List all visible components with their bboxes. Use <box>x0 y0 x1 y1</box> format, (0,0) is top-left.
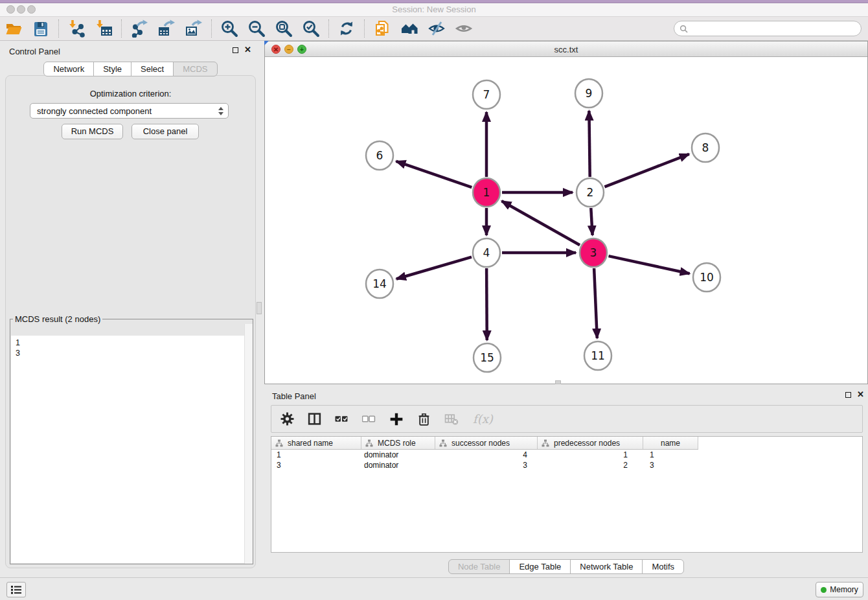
edge-3-10[interactable] <box>609 256 690 273</box>
node-label-9: 9 <box>586 87 593 100</box>
tab-edge-table[interactable]: Edge Table <box>509 559 571 574</box>
cell[interactable]: dominator <box>361 450 435 460</box>
dropdown-stepper-icon <box>218 106 224 116</box>
memory-label: Memory <box>830 585 858 594</box>
table-panel: Table Panel ✕ <box>264 386 868 577</box>
network-window-titlebar[interactable]: ✕ − + scc.txt <box>265 41 867 57</box>
mcds-result-line: 3 <box>16 348 252 358</box>
memory-button[interactable]: Memory <box>816 582 863 597</box>
panel-splitter-handle[interactable] <box>257 302 262 314</box>
node-table[interactable]: shared nameMCDS rolesuccessor nodesprede… <box>271 436 863 553</box>
session-title: Session: New Session <box>0 5 868 14</box>
column-hierarchy-icon <box>439 439 447 447</box>
copy-network-document-icon[interactable] <box>373 19 391 38</box>
zoom-in-icon[interactable] <box>220 19 238 38</box>
float-panel-icon[interactable] <box>233 47 238 53</box>
optimization-dropdown[interactable]: strongly connected component <box>30 103 229 119</box>
toggle-columns-icon[interactable] <box>308 412 321 426</box>
column-header-name[interactable]: name <box>643 437 698 449</box>
run-mcds-button[interactable]: Run MCDS <box>62 124 123 139</box>
zoom-selected-icon[interactable] <box>302 19 320 38</box>
cell[interactable]: 4 <box>435 450 538 460</box>
zoom-out-icon[interactable] <box>247 19 266 38</box>
edge-4-14[interactable] <box>396 257 472 279</box>
function-builder-icon-disabled: f(x) <box>472 411 499 427</box>
home-icon[interactable] <box>400 19 418 38</box>
mcds-result-title: MCDS result (2 nodes) <box>13 314 102 324</box>
column-header-shared-name[interactable]: shared name <box>271 437 361 449</box>
close-table-panel-icon[interactable]: ✕ <box>857 389 864 399</box>
node-label-15: 15 <box>480 351 494 364</box>
window-resize-grip[interactable] <box>555 380 561 384</box>
close-panel-button[interactable]: Close panel <box>131 124 199 139</box>
cell[interactable]: 2 <box>538 460 643 470</box>
search-input[interactable] <box>688 23 861 34</box>
settings-gear-icon[interactable] <box>280 412 294 426</box>
table-panel-title: Table Panel <box>272 391 316 401</box>
edge-2-3[interactable] <box>591 208 592 235</box>
delete-table-icon-disabled <box>444 412 459 426</box>
network-graph[interactable]: 7968124314101511 <box>265 57 867 384</box>
tab-mcds[interactable]: MCDS <box>173 62 217 76</box>
tab-node-table[interactable]: Node Table <box>448 559 510 574</box>
import-network-icon[interactable] <box>67 19 86 38</box>
edge-2-9[interactable] <box>589 111 589 177</box>
mcds-result-box: MCDS result (2 nodes) 13 <box>10 314 253 564</box>
delete-row-trash-icon[interactable] <box>417 412 431 426</box>
edge-1-6[interactable] <box>396 161 472 187</box>
task-history-button[interactable] <box>6 582 26 597</box>
cell[interactable]: dominator <box>361 460 435 470</box>
table-row[interactable]: 1dominator411 <box>271 450 862 460</box>
edge-3-1[interactable] <box>502 201 580 245</box>
cell[interactable]: 1 <box>271 450 361 460</box>
column-header-predecessor-nodes[interactable]: predecessor nodes <box>538 437 643 449</box>
toolbar-separator <box>364 19 365 38</box>
mcds-result-list[interactable]: 13 <box>11 336 252 563</box>
column-header-label: shared name <box>288 439 333 448</box>
cell[interactable]: 3 <box>643 460 698 470</box>
cell[interactable]: 1 <box>643 450 698 460</box>
column-hierarchy-icon <box>275 439 283 447</box>
tab-style[interactable]: Style <box>93 62 131 76</box>
export-network-icon[interactable] <box>130 19 148 38</box>
tab-network-table[interactable]: Network Table <box>570 559 643 574</box>
add-row-icon[interactable] <box>389 412 404 426</box>
column-hierarchy-icon <box>365 439 373 447</box>
table-row[interactable]: 3dominator323 <box>271 460 862 470</box>
export-image-icon[interactable] <box>185 19 203 38</box>
save-session-icon[interactable] <box>32 19 50 38</box>
cell[interactable]: 3 <box>271 460 361 470</box>
edge-3-11[interactable] <box>594 268 597 338</box>
edge-2-8[interactable] <box>604 154 689 187</box>
export-table-icon[interactable] <box>157 19 176 38</box>
node-label-10: 10 <box>700 271 714 284</box>
hide-selected-eye-slash-icon[interactable] <box>428 19 446 38</box>
select-all-checkboxes-icon[interactable] <box>335 412 348 426</box>
optimization-criterion-label: Optimization criterion: <box>6 89 255 98</box>
clear-checkboxes-icon[interactable] <box>362 412 376 426</box>
close-panel-icon[interactable]: ✕ <box>244 45 251 54</box>
edge-4-15[interactable] <box>486 268 487 340</box>
import-table-icon[interactable] <box>95 19 113 38</box>
show-all-eye-icon[interactable] <box>455 19 473 38</box>
float-table-panel-icon[interactable] <box>845 392 851 398</box>
node-label-14: 14 <box>372 277 387 290</box>
mcds-tab-content: Optimization criterion: strongly connect… <box>5 75 256 568</box>
tab-select[interactable]: Select <box>131 62 174 76</box>
control-panel: Control Panel ✕ NetworkStyleSelectMCDS O… <box>0 41 261 577</box>
network-canvas[interactable]: 7968124314101511 <box>265 57 867 384</box>
table-header-row: shared nameMCDS rolesuccessor nodesprede… <box>271 437 698 450</box>
result-scrollbar[interactable] <box>244 324 253 564</box>
toolbar-separator <box>328 19 329 38</box>
open-session-icon[interactable] <box>5 19 23 38</box>
fit-content-icon[interactable] <box>275 19 293 38</box>
mac-titlebar: Session: New Session <box>0 0 868 17</box>
column-header-mcds-role[interactable]: MCDS role <box>361 437 435 449</box>
tab-motifs[interactable]: Motifs <box>642 559 684 574</box>
cell[interactable]: 3 <box>435 460 538 470</box>
network-window: ✕ − + scc.txt 7968124314101511 <box>264 41 868 384</box>
refresh-icon[interactable] <box>337 19 356 38</box>
column-header-successor-nodes[interactable]: successor nodes <box>435 437 538 449</box>
cell[interactable]: 1 <box>538 450 643 460</box>
tab-network[interactable]: Network <box>43 62 94 76</box>
